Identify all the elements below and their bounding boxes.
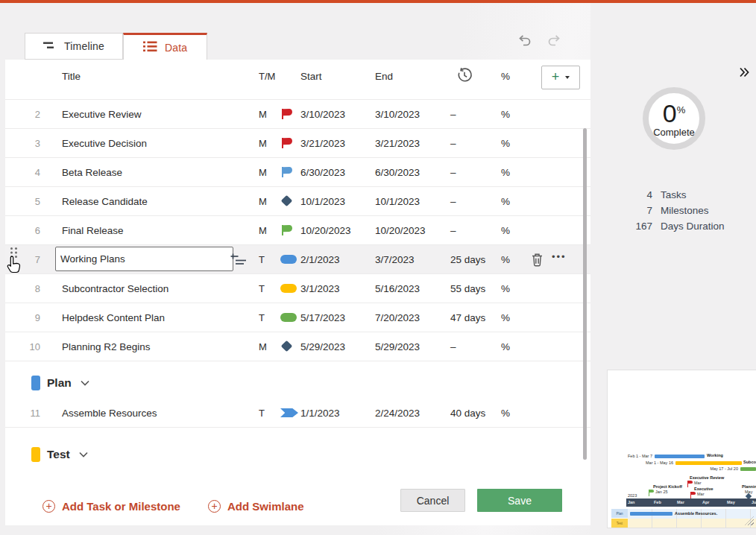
start-date[interactable]: 10/20/2023 [300,225,375,236]
end-date[interactable]: 7/20/2023 [375,312,444,323]
end-date[interactable]: 6/30/2023 [375,167,444,178]
column-start: Start [300,71,375,82]
tab-data[interactable]: Data [123,33,207,60]
row-number: 4 [5,167,40,178]
table-row[interactable]: 8 Subcontractor Selection T 3/1/2023 5/1… [5,273,590,303]
table-row[interactable]: 10 Planning R2 Begins M 5/29/2023 5/29/2… [5,332,590,361]
collapse-panel-icon[interactable] [739,67,749,80]
row-number: 11 [5,408,40,419]
task-shape-icon[interactable] [278,166,300,178]
row-number: 3 [5,138,40,149]
task-title[interactable]: Executive Decision [40,138,259,149]
timeline-tab-icon [43,40,57,52]
start-date[interactable]: 3/10/2023 [300,109,375,120]
task-title[interactable]: Beta Release [40,167,259,178]
table-row[interactable]: 6 Final Release M 10/20/2023 10/20/2023 … [5,215,590,244]
percent-field[interactable]: % [501,225,531,236]
add-swimlane-button[interactable]: + Add Swimlane [208,500,304,513]
task-shape-icon[interactable] [278,341,300,352]
end-date[interactable]: 3/21/2023 [375,138,444,149]
task-type: M [259,167,275,178]
task-title[interactable]: Release Candidate [40,196,259,207]
redo-icon[interactable] [544,30,564,49]
task-title[interactable]: Helpdesk Content Plan [40,312,259,323]
delete-row-icon[interactable] [531,253,544,270]
add-task-button[interactable]: + Add Task or Milestone [42,500,180,513]
task-title-input[interactable] [55,247,233,271]
task-shape-icon[interactable] [278,311,300,323]
undo-icon[interactable] [514,30,534,49]
end-date[interactable]: 10/20/2023 [375,225,444,236]
stat-label: Tasks [661,189,687,200]
data-tab-label: Data [165,42,187,54]
task-title[interactable]: Subcontractor Selection [40,283,259,294]
percent-field[interactable]: % [501,341,531,352]
chevron-down-icon[interactable] [565,76,570,79]
start-date[interactable]: 2/1/2023 [300,254,375,265]
percent-field[interactable]: % [501,196,531,207]
timeline-preview-thumbnail[interactable]: Feb 1 - Mar 7 Working Mar 1 - May 16 Sub… [608,370,756,528]
preview-milestone-date: Jan 25 [655,490,668,494]
start-date[interactable]: 3/1/2023 [300,283,375,294]
start-date[interactable]: 10/1/2023 [300,196,375,207]
task-title[interactable]: Planning R2 Begins [40,341,259,352]
table-row-editing[interactable]: 7 T 2/1/2023 3/7/2023 25 days % ••• [5,244,590,273]
start-date[interactable]: 6/30/2023 [300,167,375,178]
month-label: Apr [702,500,709,504]
end-date[interactable]: 2/24/2023 [375,408,444,419]
stat-milestones: 7 Milestones [590,203,756,218]
tab-timeline[interactable]: Timeline [25,33,123,60]
add-row-button[interactable]: + [541,66,580,89]
table-row[interactable]: 2 Executive Review M 3/10/2023 3/10/2023… [5,99,590,128]
task-shape-icon[interactable] [278,407,300,419]
task-shape-icon[interactable] [278,224,300,236]
task-details-icon[interactable] [230,253,248,269]
summary-sidebar: 0% Complete 4 Tasks 7 Milestones 167 Day… [590,3,756,535]
end-date[interactable]: 5/29/2023 [375,341,444,352]
task-shape-icon[interactable] [278,108,300,120]
start-date[interactable]: 5/29/2023 [300,341,375,352]
chevron-down-icon[interactable] [79,452,88,458]
task-shape-icon[interactable] [278,282,300,294]
start-date[interactable]: 1/1/2023 [300,408,375,419]
percent-field[interactable]: % [501,254,531,265]
percent-field[interactable]: % [501,109,531,120]
end-date[interactable]: 3/10/2023 [375,109,444,120]
plus-circle-icon: + [208,500,221,513]
row-number: 10 [5,341,40,352]
task-title[interactable]: Final Release [40,225,259,236]
end-date[interactable]: 5/16/2023 [375,283,444,294]
percent-field[interactable]: % [501,283,531,294]
swimlane-header-test[interactable]: Test [5,443,590,466]
duration: 55 days [444,283,501,294]
chevron-down-icon[interactable] [81,380,89,386]
task-shape-icon[interactable] [278,195,300,207]
start-date[interactable]: 5/17/2023 [300,312,375,323]
end-date[interactable]: 10/1/2023 [375,196,444,207]
task-shape-icon[interactable] [278,137,300,149]
percent-field[interactable]: % [501,167,531,178]
table-row[interactable]: 9 Helpdesk Content Plan T 5/17/2023 7/20… [5,303,590,332]
table-row[interactable]: 5 Release Candidate M 10/1/2023 10/1/202… [5,186,590,215]
summary-stats: 4 Tasks 7 Milestones 167 Days Duration [590,187,756,234]
more-options-icon[interactable]: ••• [552,251,567,262]
task-title[interactable]: Assemble Resources [40,408,259,419]
percent-field[interactable]: % [501,408,531,419]
percent-field[interactable]: % [501,138,531,149]
swimlane-header-plan[interactable]: Plan [5,372,590,394]
task-title[interactable]: Executive Review [40,109,259,120]
percent-field[interactable]: % [501,312,531,323]
add-swimlane-label: Add Swimlane [227,500,304,513]
column-tm: T/M [259,71,300,82]
save-button[interactable]: Save [477,489,562,512]
vertical-scrollbar[interactable] [583,128,587,460]
cancel-button[interactable]: Cancel [400,489,465,512]
task-shape-icon[interactable] [278,253,300,265]
preview-swimlane-test: Test [608,519,756,528]
table-row[interactable]: 11 Assemble Resources T 1/1/2023 2/24/20… [5,399,590,428]
start-date[interactable]: 3/21/2023 [300,138,375,149]
row-number: 5 [5,196,40,207]
table-row[interactable]: 3 Executive Decision M 3/21/2023 3/21/20… [5,128,590,157]
end-date[interactable]: 3/7/2023 [375,254,444,265]
table-row[interactable]: 4 Beta Release M 6/30/2023 6/30/2023 – % [5,157,590,186]
